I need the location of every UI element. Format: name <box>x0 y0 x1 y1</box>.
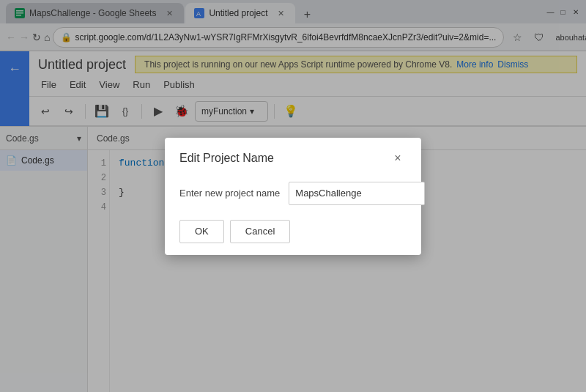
cancel-button[interactable]: Cancel <box>230 220 290 243</box>
ok-button[interactable]: OK <box>179 220 224 243</box>
dialog-close-button[interactable]: × <box>389 149 407 167</box>
project-name-field: Enter new project name <box>179 182 407 205</box>
dialog-overlay: Edit Project Name × Enter new project na… <box>0 0 586 392</box>
project-name-label: Enter new project name <box>179 188 280 199</box>
project-name-input[interactable] <box>289 182 425 205</box>
dialog-actions: OK Cancel <box>179 220 407 243</box>
dialog-body: Enter new project name OK Cancel <box>165 176 421 255</box>
edit-project-name-dialog: Edit Project Name × Enter new project na… <box>165 138 421 255</box>
dialog-header: Edit Project Name × <box>165 138 421 176</box>
dialog-title: Edit Project Name <box>179 152 274 165</box>
